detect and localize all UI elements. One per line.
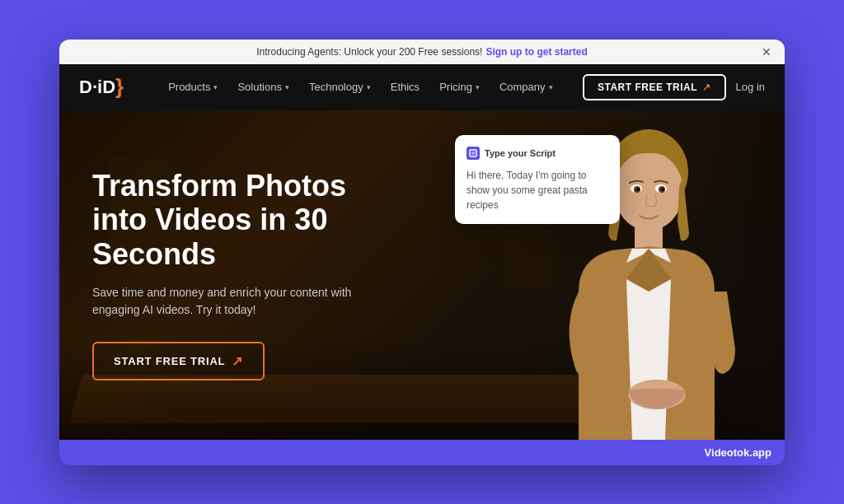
arrow-icon: ↗ [232,353,243,369]
close-announcement-button[interactable]: ✕ [762,45,771,58]
chevron-down-icon: ▾ [476,83,480,91]
card-title: Type your Script [485,148,556,158]
chevron-down-icon: ▾ [367,83,371,91]
hero-subtitle: Save time and money and enrich your cont… [92,284,356,319]
nav-pricing[interactable]: Pricing ▾ [431,76,488,98]
announcement-cta[interactable]: Sign up to get started [485,46,587,58]
hero-section: Transform Photos into Videos in 30 Secon… [59,110,785,440]
announcement-bar: Introducing Agents: Unlock your 200 Free… [59,40,785,64]
nav-company[interactable]: Company ▾ [491,76,561,98]
nav-products[interactable]: Products ▾ [160,76,226,98]
navbar: D · iD } Products ▾ Solutions ▾ Technolo… [59,64,785,110]
card-body: Hi there, Today I'm going to show you so… [467,168,608,212]
svg-rect-0 [470,150,476,156]
svg-point-10 [636,188,640,191]
chevron-down-icon: ▾ [213,83,218,91]
nav-ethics[interactable]: Ethics [382,76,428,98]
announcement-text: Introducing Agents: Unlock your 200 Free… [256,46,482,58]
nav-solutions[interactable]: Solutions ▾ [229,76,297,98]
hero-content: Transform Photos into Videos in 30 Secon… [59,110,437,440]
nav-actions: START FREE TRIAL ↗ Log in [583,74,765,100]
chevron-down-icon: ▾ [285,83,289,91]
chevron-down-icon: ▾ [549,83,553,91]
card-header: Type your Script [467,147,608,160]
nav-login-button[interactable]: Log in [736,81,765,93]
logo[interactable]: D · iD } [79,74,124,100]
watermark: Videotok.app [59,440,785,465]
nav-technology[interactable]: Technology ▾ [301,76,379,98]
script-card: Type your Script Hi there, Today I'm goi… [455,135,620,224]
hero-trial-button[interactable]: START FREE TRIAL ↗ [92,342,265,380]
logo-text: D [79,77,92,98]
browser-window: Introducing Agents: Unlock your 200 Free… [59,40,785,465]
hero-title: Transform Photos into Videos in 30 Secon… [92,169,404,271]
svg-point-11 [661,188,664,191]
nav-items: Products ▾ Solutions ▾ Technology ▾ Ethi… [160,76,566,98]
script-icon [467,147,480,160]
nav-trial-button[interactable]: START FREE TRIAL ↗ [583,74,726,100]
arrow-icon: ↗ [702,82,711,93]
